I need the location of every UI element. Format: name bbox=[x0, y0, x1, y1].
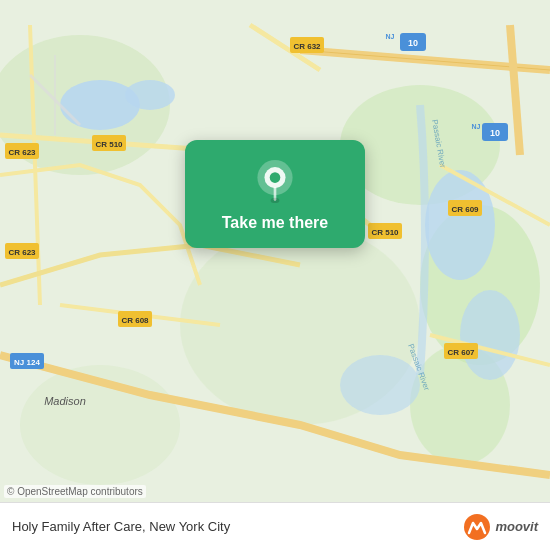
svg-text:Madison: Madison bbox=[44, 395, 86, 407]
take-me-there-button[interactable]: Take me there bbox=[222, 214, 328, 232]
svg-text:10: 10 bbox=[490, 128, 500, 138]
svg-point-44 bbox=[271, 198, 280, 203]
bottom-bar: Holy Family After Care, New York City mo… bbox=[0, 502, 550, 550]
map-container: 10 NJ 10 NJ CR 632 CR 510 CR 510 CR 623 … bbox=[0, 0, 550, 550]
svg-text:CR 623: CR 623 bbox=[8, 148, 36, 157]
location-pin-icon bbox=[253, 160, 297, 204]
svg-text:CR 609: CR 609 bbox=[451, 205, 479, 214]
svg-text:10: 10 bbox=[408, 38, 418, 48]
svg-text:CR 623: CR 623 bbox=[8, 248, 36, 257]
svg-text:NJ: NJ bbox=[472, 123, 481, 130]
copyright-text: © OpenStreetMap contributors bbox=[4, 485, 146, 498]
svg-point-43 bbox=[270, 172, 281, 183]
svg-point-8 bbox=[125, 80, 175, 110]
svg-point-10 bbox=[460, 290, 520, 380]
svg-point-7 bbox=[60, 80, 140, 130]
cta-overlay[interactable]: Take me there bbox=[185, 140, 365, 248]
cta-card[interactable]: Take me there bbox=[185, 140, 365, 248]
svg-point-9 bbox=[425, 170, 495, 280]
svg-text:CR 510: CR 510 bbox=[95, 140, 123, 149]
map-background: 10 NJ 10 NJ CR 632 CR 510 CR 510 CR 623 … bbox=[0, 0, 550, 550]
svg-text:CR 632: CR 632 bbox=[293, 42, 321, 51]
svg-text:NJ 124: NJ 124 bbox=[14, 358, 40, 367]
svg-text:CR 608: CR 608 bbox=[121, 316, 149, 325]
moovit-brand-label: moovit bbox=[495, 519, 538, 534]
svg-point-11 bbox=[340, 355, 420, 415]
moovit-icon bbox=[463, 513, 491, 541]
moovit-logo: moovit bbox=[463, 513, 538, 541]
svg-text:NJ: NJ bbox=[386, 33, 395, 40]
location-label: Holy Family After Care, New York City bbox=[12, 519, 230, 534]
svg-text:CR 510: CR 510 bbox=[371, 228, 399, 237]
svg-text:CR 607: CR 607 bbox=[447, 348, 475, 357]
